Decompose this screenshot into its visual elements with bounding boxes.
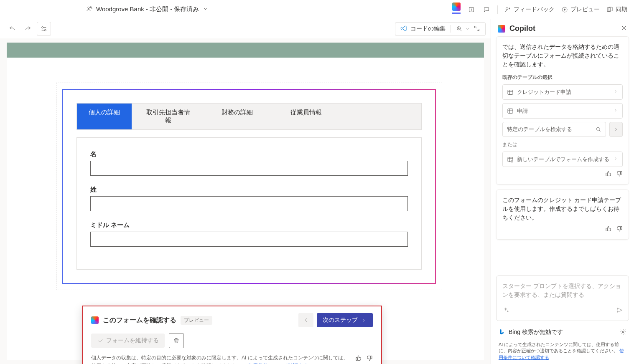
prompt-placeholder: スターター プロンプトを選択する、アクションを要求する、または質問する [502, 282, 623, 299]
copilot-card-status: このフォームのクレジット カード申請テーブルを使用します。作成するまでしばらくお… [496, 190, 629, 240]
svg-point-18 [596, 127, 599, 130]
thumbs-up-icon[interactable] [605, 225, 612, 233]
sparkle-icon[interactable] [502, 307, 509, 315]
tab-personal[interactable]: 個人の詳細 [77, 104, 132, 129]
toolbar-right: コードの編集 [395, 22, 486, 36]
canvas-pane: コードの編集 個人の詳細 [0, 19, 491, 364]
gear-icon[interactable] [620, 329, 626, 336]
code-edit-button[interactable]: コードの編集 [395, 22, 486, 36]
delete-form-button[interactable] [169, 333, 184, 348]
chevron-right-icon [613, 88, 618, 96]
copilot-panel: Copilot では、送信されたデータを格納するための適切なテーブルにフォームが… [491, 19, 634, 364]
svg-point-1 [90, 7, 92, 8]
chevron-right-icon [613, 107, 618, 115]
copilot-tab-icon[interactable] [452, 5, 461, 14]
svg-rect-12 [508, 90, 513, 94]
copilot-prompt-box[interactable]: スターター プロンプトを選択する、アクションを要求する、または質問する [496, 276, 629, 321]
prev-step-button[interactable] [298, 313, 313, 327]
input-middle-name[interactable] [90, 232, 408, 247]
svg-point-4 [471, 8, 472, 8]
code-edit-label: コードの編集 [410, 25, 446, 33]
form-card[interactable]: 個人の詳細 取引先担当者情報 財務の詳細 従業員情報 名 姓 ミドル ネーム [62, 89, 436, 284]
separator [451, 25, 451, 33]
main-area: コードの編集 個人の詳細 [0, 19, 634, 364]
svg-point-10 [44, 29, 46, 31]
info-icon[interactable] [467, 5, 476, 14]
card-text: このフォームのクレジット カード申請テーブルを使用します。作成するまでしばらくお… [502, 196, 623, 222]
input-first-name[interactable] [90, 161, 408, 176]
copilot-title: Copilot [509, 24, 535, 33]
app-title: Woodgrove Bank - 非公開 - 保存済み [96, 5, 199, 13]
or-label: または [502, 141, 623, 148]
review-nav: 次のステップ [298, 313, 373, 327]
svg-rect-15 [508, 109, 513, 113]
settings-button[interactable] [37, 22, 51, 36]
table-search-row: 特定のテーブルを検索する [502, 122, 623, 137]
review-actions: フォームを維持する [91, 333, 373, 348]
top-header: Woodgrove Bank - 非公開 - 保存済み フィードバック プレビュ… [0, 0, 634, 19]
preview-link[interactable]: プレビュー [561, 6, 600, 13]
option-apply[interactable]: 申請 [502, 103, 623, 119]
close-icon[interactable] [621, 25, 627, 33]
canvas-surface: 個人の詳細 取引先担当者情報 財務の詳細 従業員情報 名 姓 ミドル ネーム [7, 43, 484, 360]
option-new-table[interactable]: 新しいテーブルでフォームを作成する [502, 152, 623, 167]
option-label: 申請 [517, 107, 528, 115]
tab-employee[interactable]: 従業員情報 [270, 104, 343, 129]
redo-button[interactable] [21, 22, 35, 36]
zoom-dropdown[interactable] [456, 25, 470, 32]
form-tabs: 個人の詳細 取引先担当者情報 財務の詳細 従業員情報 [76, 103, 422, 130]
search-go-button[interactable] [609, 122, 623, 137]
input-last-name[interactable] [90, 196, 408, 211]
header-actions: フィードバック プレビュー 同期 [452, 5, 627, 14]
chevron-down-icon[interactable] [202, 5, 209, 13]
keep-form-button[interactable]: フォームを維持する [91, 334, 165, 348]
label-first-name: 名 [90, 150, 408, 158]
bing-label: Bing 検索が無効です [509, 329, 563, 336]
preview-label: プレビュー [570, 6, 600, 13]
tab-contact[interactable]: 取引先担当者情報 [132, 104, 205, 129]
thumbs-down-icon[interactable] [616, 170, 623, 178]
svg-point-5 [506, 8, 508, 10]
feedback-link[interactable]: フィードバック [504, 6, 555, 13]
label-middle-name: ミドル ネーム [90, 221, 408, 229]
bing-status-row: Bing 検索が無効です [491, 325, 634, 340]
copilot-icon [91, 316, 99, 324]
feedback-thumbs [355, 355, 373, 363]
vscode-icon [400, 25, 407, 33]
thumbs-up-icon[interactable] [355, 355, 362, 363]
option-credit-card[interactable]: クレジットカード申請 [502, 84, 623, 100]
page-banner [7, 43, 484, 58]
sync-label: 同期 [616, 6, 627, 13]
copilot-card-connect: では、送信されたデータを格納するための適切なテーブルにフォームが接続されているこ… [496, 36, 629, 185]
fullscreen-button[interactable] [474, 25, 480, 33]
thumbs-up-icon[interactable] [605, 170, 612, 178]
thumbs-down-icon[interactable] [366, 355, 373, 363]
bing-icon [499, 329, 505, 336]
thumbs-down-icon[interactable] [616, 225, 623, 233]
svg-point-23 [622, 331, 624, 333]
feedback-label: フィードバック [514, 6, 555, 13]
copilot-body: では、送信されたデータを格納するための適切なテーブルにフォームが接続されているこ… [491, 36, 634, 276]
review-title: このフォームを確認する [103, 316, 176, 325]
existing-tables-label: 既存のテーブルの選択 [502, 74, 623, 81]
table-search-input[interactable]: 特定のテーブルを検索する [502, 122, 606, 137]
copilot-footer-disclaimer: AI によって生成されたコンテンツに関しては、使用する前に、内容が正確かつ適切で… [491, 340, 634, 364]
next-step-button[interactable]: 次のステップ [317, 313, 373, 327]
canvas-wrap: 個人の詳細 取引先担当者情報 財務の詳細 従業員情報 名 姓 ミドル ネーム [0, 38, 491, 364]
option-label: クレジットカード申請 [517, 88, 571, 96]
copilot-header: Copilot [491, 19, 634, 36]
chevron-right-icon [613, 155, 618, 163]
next-step-label: 次のステップ [323, 316, 358, 324]
comment-icon[interactable] [482, 5, 491, 14]
review-disclaimer: 個人データの収集は、特定の目的に必要な対象のみに限定します。AI によって生成さ… [91, 354, 350, 364]
sync-link[interactable]: 同期 [606, 6, 627, 13]
tab-financial[interactable]: 財務の詳細 [205, 104, 270, 129]
prompt-actions [502, 307, 623, 315]
card-thumbs [502, 225, 623, 233]
label-last-name: 姓 [90, 186, 408, 194]
separator [497, 5, 498, 14]
svg-point-0 [88, 7, 89, 8]
copilot-icon [498, 25, 505, 33]
undo-button[interactable] [5, 22, 19, 36]
send-icon[interactable] [616, 307, 623, 315]
